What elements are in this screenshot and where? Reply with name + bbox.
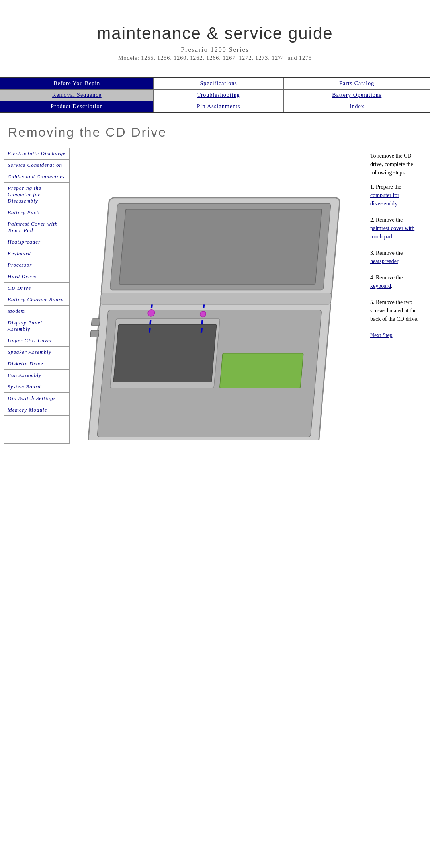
sidebar-link-15[interactable]: Speaker Assembly [8, 349, 66, 355]
nav-cell-removal-sequence: Removal Sequence [0, 90, 154, 101]
sidebar-item-16: Diskette Drive [4, 358, 69, 370]
next-step-link[interactable]: Next Step [370, 332, 393, 338]
sidebar-item-20: Memory Module [4, 404, 69, 416]
sidebar-link-3[interactable]: Preparing the Computer for Disassembly [8, 185, 66, 204]
sidebar-item-1: Service Consideration [4, 160, 69, 171]
step-1-suffix: . [397, 201, 399, 207]
sidebar-item-14: Upper CPU Cover [4, 335, 69, 347]
sidebar-item-19: Dip Switch Settings [4, 393, 69, 404]
nav-cell-before-you-begin: Before You Begin [0, 78, 154, 90]
sidebar-link-6[interactable]: Heatspreader [8, 239, 66, 245]
step-1-link[interactable]: computer for disassembly [370, 192, 399, 207]
nav-row-3: Product Description Pin Assignments Inde… [0, 101, 430, 113]
sidebar-link-7[interactable]: Keyboard [8, 250, 66, 257]
sidebar-link-10[interactable]: CD Drive [8, 285, 66, 291]
step-1: 1. Prepare the computer for disassembly. [370, 183, 422, 208]
sidebar-link-0[interactable]: Electrostatic Discharge [8, 150, 66, 157]
nav-link-troubleshooting[interactable]: Troubleshooting [197, 92, 240, 98]
step-2-number: 2. Remove the [370, 217, 403, 223]
page-header: maintenance & service guide Presario 120… [0, 0, 430, 69]
step-3-number: 3. Remove the [370, 250, 403, 256]
svg-rect-7 [119, 209, 322, 284]
model-series: Presario 1200 Series [8, 46, 422, 53]
step-3-link[interactable]: heatspreader [370, 258, 398, 264]
nav-cell-specifications: Specifications [153, 78, 284, 90]
instructions-panel: To remove the CD drive, complete the fol… [366, 148, 426, 444]
nav-link-specifications[interactable]: Specifications [200, 80, 237, 86]
nav-cell-index: Index [284, 101, 430, 113]
step-4-number: 4. Remove the [370, 275, 403, 281]
step-3-suffix: . [398, 258, 400, 264]
sidebar-link-16[interactable]: Diskette Drive [8, 361, 66, 367]
sidebar-link-14[interactable]: Upper CPU Cover [8, 337, 66, 344]
sidebar-item-17: Fan Assembly [4, 370, 69, 381]
nav-row-2: Removal Sequence Troubleshooting Battery… [0, 90, 430, 101]
nav-link-battery-operations[interactable]: Battery Operations [332, 92, 381, 98]
nav-row-1: Before You Begin Specifications Parts Ca… [0, 78, 430, 90]
step-4-suffix: . [391, 283, 393, 289]
step-1-number: 1. Prepare the [370, 184, 401, 190]
nav-link-product-description[interactable]: Product Description [51, 103, 103, 109]
sidebar-link-19[interactable]: Dip Switch Settings [8, 395, 66, 402]
step-4-link[interactable]: keyboard [370, 283, 391, 289]
sidebar-link-2[interactable]: Cables and Connectors [8, 174, 66, 180]
svg-rect-13 [91, 319, 100, 326]
svg-rect-14 [90, 330, 99, 337]
step-5-text: 5. Remove the two screws located at the … [370, 299, 418, 322]
sidebar-link-9[interactable]: Hard Drives [8, 273, 66, 280]
page-title: Removing the CD Drive [0, 113, 430, 148]
nav-link-before-you-begin[interactable]: Before You Begin [54, 80, 100, 86]
instructions-intro: To remove the CD drive, complete the fol… [370, 152, 422, 177]
sidebar-item-5: Palmrest Cover with Touch Pad [4, 218, 69, 236]
step-2-suffix: . [392, 234, 394, 240]
sidebar-item-18: System Board [4, 381, 69, 393]
svg-rect-4 [220, 353, 303, 388]
sidebar-item-3: Preparing the Computer for Disassembly [4, 183, 69, 207]
sidebar-link-8[interactable]: Processor [8, 262, 66, 268]
sidebar-item-13: Display Panel Assembly [4, 317, 69, 335]
main-title: maintenance & service guide [8, 24, 422, 43]
svg-point-10 [147, 310, 155, 316]
navigation-table: Before You Begin Specifications Parts Ca… [0, 77, 430, 113]
svg-rect-12 [100, 293, 332, 304]
sidebar: Electrostatic DischargeService Considera… [4, 148, 70, 444]
main-content: To remove the CD drive, complete the fol… [78, 148, 426, 444]
sidebar-link-4[interactable]: Battery Pack [8, 209, 66, 216]
sidebar-item-10: CD Drive [4, 283, 69, 294]
sidebar-link-1[interactable]: Service Consideration [8, 162, 66, 168]
laptop-diagram [82, 152, 358, 440]
sidebar-link-18[interactable]: System Board [8, 384, 66, 390]
nav-cell-pin-assignments: Pin Assignments [153, 101, 284, 113]
nav-cell-product-description: Product Description [0, 101, 154, 113]
step-3: 3. Remove the heatspreader. [370, 249, 422, 265]
sidebar-link-13[interactable]: Display Panel Assembly [8, 320, 66, 332]
nav-link-index[interactable]: Index [350, 103, 364, 109]
svg-rect-3 [113, 324, 217, 382]
sidebar-item-6: Heatspreader [4, 236, 69, 248]
content-area: Electrostatic DischargeService Considera… [0, 148, 430, 444]
sidebar-link-17[interactable]: Fan Assembly [8, 372, 66, 378]
svg-point-11 [200, 311, 206, 317]
sidebar-link-5[interactable]: Palmrest Cover with Touch Pad [8, 221, 66, 234]
sidebar-item-7: Keyboard [4, 248, 69, 259]
sidebar-item-12: Modem [4, 306, 69, 317]
nav-link-parts-catalog[interactable]: Parts Catalog [339, 80, 374, 86]
sidebar-item-0: Electrostatic Discharge [4, 148, 69, 160]
sidebar-item-2: Cables and Connectors [4, 171, 69, 183]
sidebar-item-11: Battery Charger Board [4, 294, 69, 306]
cd-drive-image-area [78, 148, 362, 444]
sidebar-link-12[interactable]: Modem [8, 308, 66, 314]
step-2: 2. Remove the palmrest cover with touch … [370, 216, 422, 241]
nav-link-pin-assignments[interactable]: Pin Assignments [197, 103, 240, 109]
step-5: 5. Remove the two screws located at the … [370, 298, 422, 323]
nav-cell-troubleshooting: Troubleshooting [153, 90, 284, 101]
sidebar-link-11[interactable]: Battery Charger Board [8, 296, 66, 303]
sidebar-item-15: Speaker Assembly [4, 347, 69, 358]
sidebar-item-9: Hard Drives [4, 271, 69, 283]
nav-link-removal-sequence[interactable]: Removal Sequence [52, 92, 102, 98]
nav-cell-parts-catalog: Parts Catalog [284, 78, 430, 90]
sidebar-item-8: Processor [4, 259, 69, 271]
step-4: 4. Remove the keyboard. [370, 273, 422, 290]
sidebar-link-20[interactable]: Memory Module [8, 407, 66, 413]
sidebar-item-4: Battery Pack [4, 207, 69, 218]
